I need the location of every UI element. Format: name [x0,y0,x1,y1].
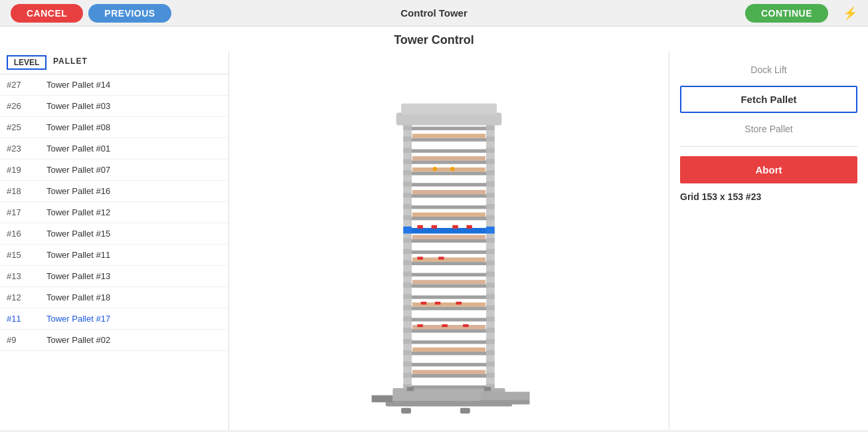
svg-rect-78 [435,302,440,304]
col-level-header: LEVEL [7,55,46,70]
svg-rect-16 [412,150,486,153]
table-row[interactable]: #23Tower Pallet #01 [0,138,228,160]
table-header: LEVEL PALLET [0,51,228,74]
right-panel: Dock Lift Fetch Pallet Store Pallet Abor… [669,51,868,430]
svg-rect-51 [403,238,412,243]
cell-level: #13 [7,271,46,281]
table-row[interactable]: #19Tower Pallet #07 [0,160,228,181]
table-row[interactable]: #15Tower Pallet #11 [0,245,228,266]
svg-rect-20 [403,159,412,163]
svg-rect-19 [412,160,486,163]
svg-rect-107 [407,387,414,391]
svg-rect-87 [417,324,422,327]
svg-rect-43 [412,228,486,233]
left-buttons: CANCEL PREVIOUS [11,4,171,23]
svg-rect-90 [412,340,486,344]
table-row[interactable]: #27Tower Pallet #14 [0,74,228,96]
svg-rect-99 [486,362,495,366]
svg-rect-13 [403,136,412,141]
divider [680,146,857,147]
svg-rect-50 [412,239,486,243]
table-row[interactable]: #11Tower Pallet #17 [0,308,228,330]
svg-rect-75 [486,305,495,310]
svg-rect-84 [403,328,412,332]
svg-rect-42 [412,213,485,217]
svg-rect-70 [412,296,486,299]
cell-pallet: Tower Pallet #07 [46,165,110,175]
cell-level: #25 [7,122,46,132]
svg-rect-93 [412,352,486,355]
main-layout: LEVEL PALLET #27Tower Pallet #14#26Tower… [0,51,868,430]
abort-button[interactable]: Abort [680,156,857,183]
svg-rect-71 [403,294,412,298]
page-title: Tower Control [0,27,868,51]
svg-rect-29 [412,183,486,186]
svg-rect-33 [403,193,412,197]
svg-rect-95 [486,350,495,355]
cell-pallet: Tower Pallet #16 [46,186,110,196]
left-panel: LEVEL PALLET #27Tower Pallet #14#26Tower… [0,51,229,430]
cell-level: #9 [7,335,46,345]
svg-rect-44 [403,227,412,234]
table-row[interactable]: #16Tower Pallet #15 [0,223,228,245]
svg-rect-52 [486,238,495,243]
svg-rect-21 [486,159,495,163]
svg-rect-41 [486,215,495,220]
svg-rect-91 [403,339,412,344]
svg-rect-55 [403,249,412,254]
table-row[interactable]: #17Tower Pallet #12 [0,202,228,223]
svg-rect-37 [403,204,412,209]
svg-rect-73 [412,306,486,310]
svg-rect-53 [412,235,485,239]
cell-pallet: Tower Pallet #13 [46,271,110,281]
grid-info: Grid 153 x 153 #23 [680,191,857,202]
svg-rect-82 [486,316,495,321]
svg-rect-85 [486,328,495,332]
svg-rect-24 [403,170,412,175]
table-body[interactable]: #27Tower Pallet #14#26Tower Pallet #03#2… [0,74,228,430]
svg-rect-94 [403,350,412,355]
dock-lift-option[interactable]: Dock Lift [680,62,857,78]
svg-rect-96 [412,348,485,352]
table-row[interactable]: #26Tower Pallet #03 [0,96,228,117]
cell-pallet: Tower Pallet #18 [46,292,110,302]
svg-rect-38 [486,204,495,209]
cancel-button[interactable]: CANCEL [11,4,83,23]
svg-rect-79 [456,302,462,304]
svg-rect-40 [403,215,412,220]
svg-rect-68 [486,282,495,287]
svg-rect-100 [412,374,486,378]
svg-rect-9 [412,127,486,130]
cell-level: #17 [7,207,46,217]
top-bar: CANCEL PREVIOUS Control Tower CONTINUE ⚡ [0,0,868,27]
svg-rect-83 [412,329,486,332]
svg-rect-92 [486,339,495,344]
cell-pallet: Tower Pallet #12 [46,207,110,217]
tower-visualization [236,58,662,423]
table-row[interactable]: #25Tower Pallet #08 [0,117,228,138]
svg-rect-45 [486,227,495,234]
svg-rect-61 [417,257,422,259]
continue-button[interactable]: CONTINUE [745,4,828,23]
previous-button[interactable]: PREVIOUS [88,4,171,23]
svg-rect-62 [438,257,444,259]
svg-rect-103 [412,370,485,374]
svg-rect-58 [403,261,412,265]
svg-rect-22 [412,156,485,160]
table-row[interactable]: #9Tower Pallet #02 [0,330,228,351]
cell-pallet: Tower Pallet #15 [46,229,110,239]
cell-pallet: Tower Pallet #01 [46,144,110,154]
lightning-icon[interactable]: ⚡ [843,6,857,21]
table-row[interactable]: #12Tower Pallet #18 [0,287,228,308]
svg-rect-77 [421,302,426,304]
fetch-pallet-button[interactable]: Fetch Pallet [680,86,857,113]
svg-rect-30 [403,181,412,186]
table-row[interactable]: #13Tower Pallet #13 [0,266,228,287]
svg-rect-34 [486,193,495,197]
cell-level: #23 [7,144,46,154]
svg-rect-11 [486,126,495,130]
store-pallet-option[interactable]: Store Pallet [680,121,857,137]
svg-rect-48 [452,225,458,229]
svg-rect-110 [460,408,470,413]
table-row[interactable]: #18Tower Pallet #16 [0,181,228,202]
